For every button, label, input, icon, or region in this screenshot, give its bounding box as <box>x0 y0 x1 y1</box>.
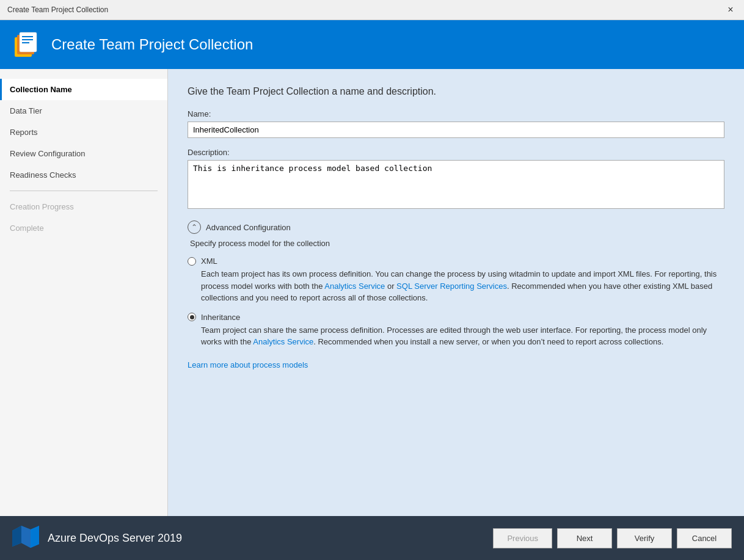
xml-radio-label: XML <box>201 256 217 266</box>
azure-devops-logo <box>12 525 39 551</box>
sidebar-item-creation-progress: Creation Progress <box>0 196 167 217</box>
verify-button[interactable]: Verify <box>617 528 672 548</box>
footer-product-name: Azure DevOps Server 2019 <box>48 532 182 545</box>
cancel-button[interactable]: Cancel <box>677 528 732 548</box>
sidebar-item-data-tier[interactable]: Data Tier <box>0 100 167 122</box>
main-area: Collection Name Data Tier Reports Review… <box>0 69 744 516</box>
inheritance-radio-description: Team project can share the same process … <box>201 324 724 348</box>
sidebar-item-collection-name[interactable]: Collection Name <box>0 79 167 100</box>
svg-rect-3 <box>22 36 33 37</box>
analytics-service-link-xml[interactable]: Analytics Service <box>324 282 385 291</box>
content-heading: Give the Team Project Collection a name … <box>188 86 724 97</box>
description-label: Description: <box>188 148 724 157</box>
analytics-service-link-inheritance[interactable]: Analytics Service <box>253 337 313 346</box>
sql-server-link[interactable]: SQL Server Reporting Services <box>396 282 507 291</box>
description-textarea[interactable]: This is inheritance process model based … <box>188 160 724 209</box>
footer-buttons: Previous Next Verify Cancel <box>493 528 732 548</box>
inheritance-option: Inheritance Team project can share the s… <box>188 313 724 348</box>
sidebar-item-reports[interactable]: Reports <box>0 122 167 143</box>
name-input[interactable] <box>188 122 724 138</box>
title-bar-text: Create Team Project Collection <box>7 5 108 14</box>
next-button[interactable]: Next <box>557 528 612 548</box>
xml-radio-header[interactable]: XML <box>188 256 724 266</box>
inheritance-radio-button[interactable] <box>188 313 196 321</box>
chevron-up-icon: ⌃ <box>188 220 201 234</box>
header: Create Team Project Collection <box>0 20 744 69</box>
name-label: Name: <box>188 109 724 118</box>
footer: Azure DevOps Server 2019 Previous Next V… <box>0 516 744 560</box>
xml-option: XML Each team project has its own proces… <box>188 256 724 304</box>
sidebar-divider <box>10 191 158 191</box>
process-model-subtitle: Specify process model for the collection <box>190 239 724 248</box>
advanced-config-label: Advanced Configuration <box>206 223 291 232</box>
inheritance-radio-label: Inheritance <box>201 313 240 322</box>
header-icon <box>12 30 42 59</box>
close-button[interactable]: × <box>724 4 737 16</box>
sidebar-item-complete: Complete <box>0 217 167 239</box>
svg-marker-7 <box>12 526 21 547</box>
advanced-config-toggle[interactable]: ⌃ Advanced Configuration <box>188 220 724 234</box>
sidebar-item-review-configuration[interactable]: Review Configuration <box>0 143 167 164</box>
xml-radio-description: Each team project has its own process de… <box>201 268 724 304</box>
svg-marker-9 <box>31 526 39 548</box>
xml-radio-button[interactable] <box>188 257 196 266</box>
svg-rect-4 <box>22 39 33 40</box>
footer-logo: Azure DevOps Server 2019 <box>12 525 493 551</box>
header-title: Create Team Project Collection <box>51 36 253 53</box>
sidebar: Collection Name Data Tier Reports Review… <box>0 69 168 516</box>
content-area: Give the Team Project Collection a name … <box>168 69 744 516</box>
svg-rect-5 <box>22 42 29 43</box>
svg-marker-8 <box>21 526 31 548</box>
previous-button[interactable]: Previous <box>493 528 552 548</box>
title-bar: Create Team Project Collection × <box>0 0 744 20</box>
sidebar-item-readiness-checks[interactable]: Readiness Checks <box>0 164 167 186</box>
inheritance-radio-header[interactable]: Inheritance <box>188 313 724 322</box>
learn-more-link[interactable]: Learn more about process models <box>188 360 308 369</box>
learn-more-section: Learn more about process models <box>188 360 724 369</box>
